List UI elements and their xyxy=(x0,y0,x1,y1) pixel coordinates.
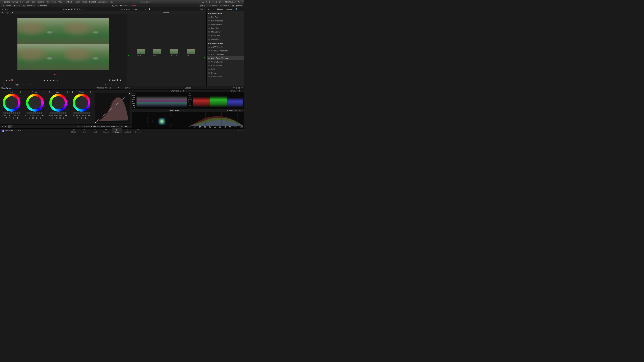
primaries-mode-dropdown[interactable]: Primaries Wheels ⌄ xyxy=(96,87,113,89)
project-settings-icon[interactable]: ⚙ xyxy=(240,130,242,132)
stop-icon[interactable]: ■ xyxy=(46,79,48,81)
fx-color-stabilizer[interactable]: Color Stabilizer xyxy=(206,60,244,64)
auto-balance-icon[interactable]: ✎ xyxy=(2,125,3,128)
mode-blur-icon[interactable]: ◢ xyxy=(104,83,107,86)
mode-track-icon[interactable]: ▭ xyxy=(28,83,31,86)
mute-icon[interactable]: 🔇 xyxy=(11,79,14,81)
page-media[interactable]: ▦Media xyxy=(69,128,79,133)
gamma-wheel[interactable] xyxy=(26,94,44,112)
page-deliver[interactable]: ✈Deliver xyxy=(133,128,143,133)
reset-lift-icon[interactable]: ⟲ xyxy=(20,91,21,93)
mode-wheels-icon[interactable]: ◉ xyxy=(15,83,18,86)
parade-settings-icon[interactable]: ⚙ xyxy=(239,90,241,92)
node-03[interactable] xyxy=(170,49,178,54)
fx-dctl[interactable]: DCTL xyxy=(206,67,244,71)
menu-edit[interactable]: Edit xyxy=(26,1,29,3)
fx-search-icon[interactable]: 🔍 xyxy=(236,8,238,10)
fx-aces-transform[interactable]: ACES Transform xyxy=(206,45,244,49)
battery-icon[interactable]: ▮ xyxy=(222,1,224,3)
node-pin-icon[interactable]: ● xyxy=(208,8,210,10)
wipe-icon[interactable]: ⊞ xyxy=(132,8,134,10)
library-tab[interactable]: Library xyxy=(217,8,223,10)
fx-mosaic-blur[interactable]: Mosaic Blur xyxy=(206,30,244,34)
wifi-icon[interactable]: ⊿ xyxy=(215,1,217,3)
mediapool-button[interactable]: ▤Media Pool xyxy=(22,4,36,7)
menu-fairlight[interactable]: Fairlight xyxy=(89,1,96,3)
menu-color[interactable]: Color xyxy=(82,1,87,3)
menu-file[interactable]: File xyxy=(20,1,23,3)
reset-gain-icon[interactable]: ⟲ xyxy=(66,91,68,93)
fx-more-icon[interactable]: ⋯ xyxy=(241,8,243,10)
pivot-value[interactable]: 0.435 xyxy=(91,125,96,128)
mode-curves-icon[interactable]: ◯ xyxy=(2,83,6,86)
sync-icon[interactable]: ⟲ xyxy=(206,1,207,3)
hand-icon[interactable]: ✋ xyxy=(148,8,151,10)
mini-timeline[interactable] xyxy=(0,74,126,78)
scope-layout-2[interactable]: ◫ xyxy=(236,87,237,89)
marker-icon[interactable]: ◆ xyxy=(6,79,7,81)
node-01[interactable] xyxy=(153,49,161,54)
page-1[interactable]: 1 xyxy=(8,125,10,128)
clips-button[interactable]: ▦Clips xyxy=(199,4,208,7)
reset-offset-icon[interactable]: ⟲ xyxy=(90,91,91,93)
clip-name-dropdown[interactable]: Landscape FINISHED ⌄ xyxy=(62,8,82,10)
fx-chromatic-adaptation[interactable]: Chromatic Adaptation xyxy=(206,49,244,53)
lift-wheel[interactable] xyxy=(3,94,20,112)
tray-icon[interactable]: ▭ xyxy=(212,1,214,3)
page-fairlight[interactable]: ♪Fairlight xyxy=(122,128,132,133)
fx-gamut-limiter[interactable]: Gamut Limiter xyxy=(206,75,244,78)
page-2[interactable]: 2 xyxy=(10,125,13,128)
prev-clip-icon[interactable]: ⏮ xyxy=(40,79,41,81)
version-dropdown[interactable]: Version ⌄ xyxy=(162,11,171,14)
fx-dehaze[interactable]: Dehaze xyxy=(206,71,244,75)
vectorscope-dropdown[interactable]: Vectorscope ⌄ xyxy=(169,109,182,111)
menu-mark[interactable]: Mark xyxy=(52,1,56,3)
mode-3d-icon[interactable]: ▭ xyxy=(121,83,124,86)
offset-wheel[interactable] xyxy=(72,94,90,112)
app-name[interactable]: DaVinci Resolve xyxy=(4,1,18,3)
waveform-settings-icon[interactable]: ⚙ xyxy=(183,90,184,92)
clip-dropdown[interactable]: Clip ⌄ xyxy=(200,8,205,10)
menu-trim[interactable]: Trim xyxy=(31,1,35,3)
fx-directional-blur[interactable]: Directional Blur xyxy=(206,19,244,23)
volume-icon[interactable]: 🔊 xyxy=(218,1,221,3)
highlight-icon[interactable]: ✦ xyxy=(12,11,13,14)
page-edit[interactable]: ≡Edit xyxy=(90,128,100,133)
vectorscope-settings-icon[interactable]: ⚙ xyxy=(183,109,184,111)
fx-zoom-blur[interactable]: Zoom Blur xyxy=(206,37,244,41)
mode-window-icon[interactable]: ◇ xyxy=(22,83,25,86)
menu-timeline[interactable]: Timeline xyxy=(37,1,44,3)
gain-jog[interactable] xyxy=(50,112,66,114)
fx-lens-blur[interactable]: Lens Blur xyxy=(206,26,244,30)
scope-layout-4[interactable]: ▦ xyxy=(238,87,240,89)
reset-gamma-icon[interactable]: ⟲ xyxy=(43,91,44,93)
curves-panel[interactable] xyxy=(93,90,132,124)
waveform-dropdown[interactable]: Waveform ⌄ xyxy=(171,90,182,92)
gain-wheel[interactable] xyxy=(49,94,67,112)
cloud-icon[interactable]: ☁ xyxy=(202,1,204,3)
picker-icon[interactable]: ✛ xyxy=(2,91,4,93)
reset-wheels-icon[interactable]: ⟲ xyxy=(118,87,120,89)
viewer[interactable] xyxy=(0,14,126,74)
contrast-value[interactable]: 1.000 xyxy=(80,125,85,128)
curves-tab[interactable]: Curves xyxy=(124,87,130,89)
zoom-dropdown[interactable]: 101% ⌄ xyxy=(1,8,8,10)
image-wipe-icon[interactable]: ▭ xyxy=(2,11,3,14)
menu-view[interactable]: View xyxy=(58,1,62,3)
page-color[interactable]: ◉Color xyxy=(112,128,122,133)
lift-jog[interactable] xyxy=(3,112,20,114)
lummix-value[interactable]: 100.00 xyxy=(124,125,130,128)
menu-playback[interactable]: Playback xyxy=(65,1,72,3)
menu-icon[interactable]: ≡ xyxy=(242,1,243,3)
openfx-button[interactable]: ✦OpenFX xyxy=(219,4,230,7)
search-icon[interactable]: 🔍 xyxy=(238,1,240,3)
mode-key-icon[interactable]: ⊿ xyxy=(109,83,113,86)
page-cut[interactable]: ✂Cut xyxy=(80,128,90,133)
next-clip-icon[interactable]: ⏭ xyxy=(53,79,55,81)
loop-icon[interactable]: ⟳ xyxy=(57,79,58,81)
node-02[interactable] xyxy=(137,49,145,54)
split-icon[interactable]: ▦ xyxy=(135,8,137,10)
mode-qualifier-icon[interactable]: ▽ xyxy=(9,83,12,86)
hue-value[interactable]: 50.00 xyxy=(111,125,116,128)
node-more-icon[interactable]: ⋯ xyxy=(212,8,214,10)
